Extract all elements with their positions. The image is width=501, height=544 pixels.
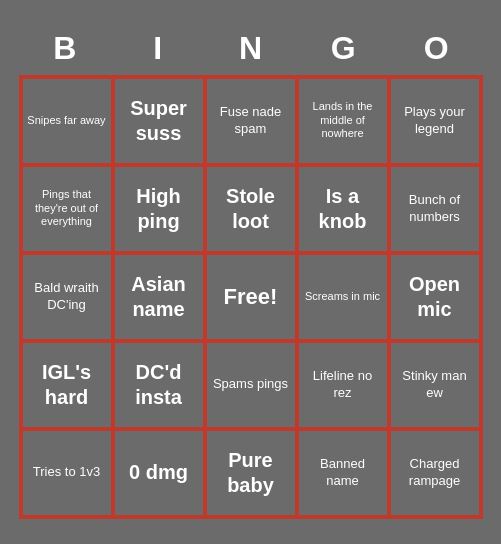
bingo-cell-2[interactable]: Fuse nade spam [205,77,297,165]
bingo-cell-4[interactable]: Plays your legend [389,77,481,165]
bingo-cell-13[interactable]: Screams in mic [297,253,389,341]
header-i: I [111,26,204,71]
bingo-cell-15[interactable]: IGL's hard [21,341,113,429]
bingo-cell-21[interactable]: 0 dmg [113,429,205,517]
bingo-cell-8[interactable]: Is a knob [297,165,389,253]
bingo-cell-17[interactable]: Spams pings [205,341,297,429]
bingo-cell-16[interactable]: DC'd insta [113,341,205,429]
bingo-cell-6[interactable]: High ping [113,165,205,253]
header-o: O [390,26,483,71]
bingo-cell-7[interactable]: Stole loot [205,165,297,253]
bingo-cell-0[interactable]: Snipes far away [21,77,113,165]
bingo-cell-18[interactable]: Lifeline no rez [297,341,389,429]
bingo-cell-20[interactable]: Tries to 1v3 [21,429,113,517]
bingo-card: B I N G O Snipes far awaySuper sussFuse … [11,18,491,527]
bingo-header: B I N G O [19,26,483,71]
bingo-cell-23[interactable]: Banned name [297,429,389,517]
bingo-cell-22[interactable]: Pure baby [205,429,297,517]
bingo-cell-19[interactable]: Stinky man ew [389,341,481,429]
bingo-cell-10[interactable]: Bald wraith DC'ing [21,253,113,341]
bingo-cell-9[interactable]: Bunch of numbers [389,165,481,253]
bingo-cell-24[interactable]: Charged rampage [389,429,481,517]
bingo-cell-12[interactable]: Free! [205,253,297,341]
bingo-grid: Snipes far awaySuper sussFuse nade spamL… [19,75,483,519]
bingo-cell-11[interactable]: Asian name [113,253,205,341]
header-n: N [204,26,297,71]
bingo-cell-3[interactable]: Lands in the middle of nowhere [297,77,389,165]
header-b: B [19,26,112,71]
bingo-cell-5[interactable]: Pings that they're out of everything [21,165,113,253]
header-g: G [297,26,390,71]
bingo-cell-1[interactable]: Super suss [113,77,205,165]
bingo-cell-14[interactable]: Open mic [389,253,481,341]
